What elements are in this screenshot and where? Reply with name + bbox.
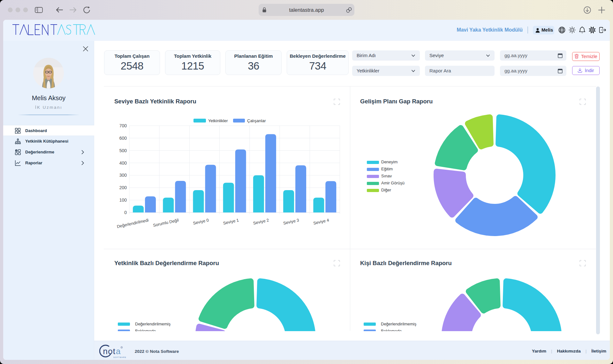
svg-text:Seviye 0: Seviye 0 <box>193 218 209 226</box>
svg-text:Seviye 1: Seviye 1 <box>223 218 239 226</box>
svg-text:SOFTWARE: SOFTWARE <box>113 356 126 358</box>
svg-text:300: 300 <box>119 173 127 178</box>
svg-text:Sorumlu Değil: Sorumlu Değil <box>153 218 179 228</box>
svg-text:Seviye 2: Seviye 2 <box>253 218 269 226</box>
svg-text:600: 600 <box>119 136 127 141</box>
svg-text:500: 500 <box>119 148 127 153</box>
svg-text:200: 200 <box>119 185 127 190</box>
svg-text:Değerlendirilmedi: Değerlendirilmedi <box>117 218 149 229</box>
svg-text:not: not <box>103 346 116 356</box>
svg-text:0: 0 <box>124 210 127 215</box>
svg-text:a: a <box>116 346 121 356</box>
svg-text:Yetkinlikler: Yetkinlikler <box>208 118 228 123</box>
svg-text:100: 100 <box>119 197 127 203</box>
svg-text:400: 400 <box>119 160 127 166</box>
svg-text:Seviye 4: Seviye 4 <box>313 218 329 226</box>
svg-text:700: 700 <box>119 123 127 128</box>
svg-text:Çalışanlar: Çalışanlar <box>247 118 266 123</box>
svg-text:Seviye 3: Seviye 3 <box>283 218 299 226</box>
